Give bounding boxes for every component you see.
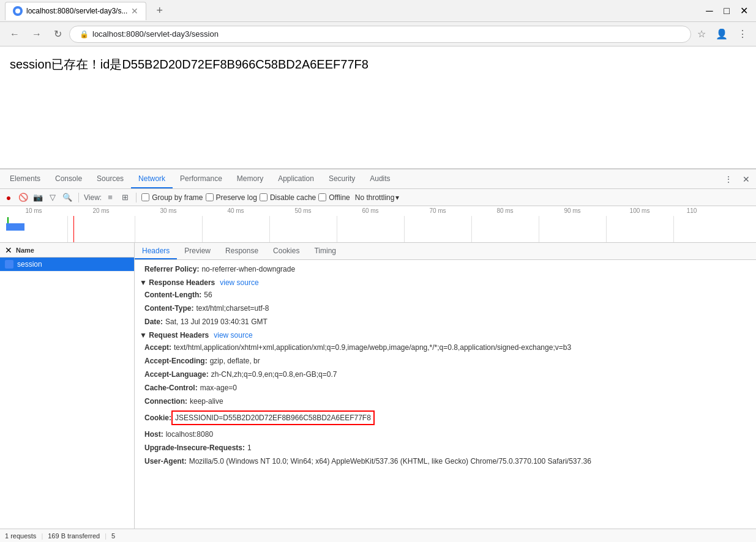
detail-tab-preview[interactable]: Preview (177, 243, 218, 259)
maximize-button[interactable]: □ (719, 4, 734, 18)
tab-sources[interactable]: Sources (89, 169, 131, 188)
page-content: session已存在！id是D55B2D20D72EF8B966C58BD2A6… (0, 46, 756, 169)
network-timeline: 10 ms 20 ms 30 ms 40 ms 50 ms 60 ms 70 m… (0, 206, 756, 243)
request-list-close[interactable]: ✕ (5, 245, 12, 255)
disable-cache-label: Disable cache (260, 193, 316, 202)
details-panel: Headers Preview Response Cookies Timing … (135, 243, 756, 529)
timeline-tick-4 (269, 216, 270, 243)
user-agent-row: User-Agent: Mozilla/5.0 (Windows NT 10.0… (135, 455, 756, 468)
camera-button[interactable]: 📷 (32, 191, 44, 204)
address-text: localhost:8080/servlet-day3/session (92, 29, 219, 39)
tab-memory[interactable]: Memory (230, 169, 271, 188)
requests-count: 1 requests (5, 532, 36, 540)
timeline-tick-7 (471, 216, 472, 243)
refresh-button[interactable]: ↻ (49, 26, 67, 42)
tab-close-button[interactable]: ✕ (131, 6, 138, 16)
referrer-policy-label: Referrer Policy: (144, 264, 199, 275)
content-length-value: 56 (204, 289, 212, 300)
tab-security[interactable]: Security (321, 169, 362, 188)
request-view-source-link[interactable]: view source (214, 331, 252, 340)
disable-cache-checkbox[interactable] (260, 193, 268, 201)
request-item-session[interactable]: session (0, 258, 134, 272)
timeline-label-60ms: 60 ms (337, 207, 404, 214)
statusbar-extra: 5 (111, 532, 115, 540)
preserve-log-checkbox[interactable] (206, 193, 214, 201)
timeline-tick-9 (606, 216, 607, 243)
timeline-label-20ms: 20 ms (67, 207, 135, 214)
timeline-label-70ms: 70 ms (404, 207, 471, 214)
request-headers-title: ▼ Request Headers (140, 331, 209, 340)
tab-elements[interactable]: Elements (2, 169, 48, 188)
response-view-source-link[interactable]: view source (220, 278, 258, 287)
group-by-frame-label: Group by frame (141, 193, 203, 202)
tab-favicon-icon (13, 6, 23, 16)
clear-button[interactable]: 🚫 (17, 191, 29, 204)
referrer-policy-row: Referrer Policy: no-referrer-when-downgr… (135, 262, 756, 276)
content-length-row: Content-Length: 56 (135, 288, 756, 302)
view-list-button[interactable]: ≡ (104, 191, 116, 204)
accept-row: Accept: text/html,application/xhtml+xml,… (135, 341, 756, 354)
address-bar[interactable]: 🔒 localhost:8080/servlet-day3/session (69, 26, 691, 43)
upgrade-row: Upgrade-Insecure-Requests: 1 (135, 441, 756, 455)
forward-button[interactable]: → (27, 26, 47, 42)
detail-tab-headers[interactable]: Headers (135, 243, 177, 259)
new-tab-button[interactable]: + (151, 4, 168, 17)
toolbar-separator-2 (136, 193, 137, 202)
timeline-tick-5 (337, 216, 337, 243)
details-content: Referrer Policy: no-referrer-when-downgr… (135, 260, 756, 470)
devtools-statusbar: 1 requests | 169 B transferred | 5 (0, 529, 756, 542)
record-button[interactable]: ● (2, 191, 15, 204)
content-length-label: Content-Length: (144, 289, 201, 300)
back-button[interactable]: ← (5, 26, 24, 42)
devtools-tab-bar: Elements Console Sources Network Perform… (0, 169, 756, 189)
devtools-more-button[interactable]: ⋮ (720, 173, 736, 185)
close-window-button[interactable]: ✕ (736, 4, 751, 18)
upgrade-label: Upgrade-Insecure-Requests: (144, 442, 245, 453)
tab-application[interactable]: Application (271, 169, 321, 188)
group-by-frame-checkbox[interactable] (141, 193, 149, 201)
minimize-button[interactable]: ─ (702, 4, 717, 18)
response-headers-title: ▼ Response Headers (140, 278, 215, 287)
accept-language-value: zh-CN,zh;q=0.9,en;q=0.8,en-GB;q=0.7 (211, 369, 337, 380)
browser-tab[interactable]: localhost:8080/servlet-day3/s... ✕ (5, 2, 146, 20)
content-type-value: text/html;charset=utf-8 (196, 303, 269, 314)
tab-network[interactable]: Network (131, 169, 173, 188)
browser-navbar: ← → ↻ 🔒 localhost:8080/servlet-day3/sess… (0, 22, 756, 46)
throttle-select[interactable]: No throttling ▾ (353, 193, 402, 202)
connection-value: keep-alive (190, 396, 223, 407)
detail-tab-timing[interactable]: Timing (307, 243, 343, 259)
view-label: View: (84, 193, 102, 202)
lock-icon: 🔒 (80, 30, 89, 39)
cache-control-row: Cache-Control: max-age=0 (135, 381, 756, 395)
tab-console[interactable]: Console (48, 169, 89, 188)
request-list: ✕ Name session (0, 243, 135, 529)
devtools-close-button[interactable]: ✕ (739, 173, 754, 185)
referrer-policy-value: no-referrer-when-downgrade (201, 264, 295, 275)
accept-language-label: Accept-Language: (144, 369, 209, 380)
content-type-row: Content-Type: text/html;charset=utf-8 (135, 302, 756, 315)
offline-checkbox[interactable] (318, 193, 326, 201)
cookie-label: Cookie: (144, 412, 171, 423)
preserve-log-label: Preserve log (206, 193, 257, 202)
menu-button[interactable]: ⋮ (734, 26, 751, 42)
timeline-tick-10 (673, 216, 674, 243)
user-button[interactable]: 👤 (712, 26, 732, 42)
tab-audits[interactable]: Audits (362, 169, 397, 188)
date-row: Date: Sat, 13 Jul 2019 03:40:31 GMT (135, 315, 756, 329)
bookmark-button[interactable]: ☆ (694, 26, 709, 42)
cookie-row: Cookie: JSESSIONID=D55B2D20D72EF8B966C58… (135, 409, 756, 426)
timeline-label-110: 110 (673, 207, 710, 214)
timeline-tick-8 (539, 216, 539, 243)
detail-tab-cookies[interactable]: Cookies (266, 243, 307, 259)
connection-row: Connection: keep-alive (135, 395, 756, 408)
view-grid-button[interactable]: ⊞ (119, 191, 131, 204)
detail-tab-response[interactable]: Response (218, 243, 266, 259)
cache-control-label: Cache-Control: (144, 382, 198, 393)
filter-button[interactable]: ▽ (47, 191, 59, 204)
nav-actions: ☆ 👤 ⋮ (694, 26, 751, 42)
network-toolbar: ● 🚫 📷 ▽ 🔍 View: ≡ ⊞ Group by frame Prese… (0, 189, 756, 206)
timeline-label-30ms: 30 ms (135, 207, 202, 214)
accept-value: text/html,application/xhtml+xml,applicat… (174, 342, 571, 353)
search-button[interactable]: 🔍 (61, 191, 73, 204)
tab-performance[interactable]: Performance (173, 169, 230, 188)
